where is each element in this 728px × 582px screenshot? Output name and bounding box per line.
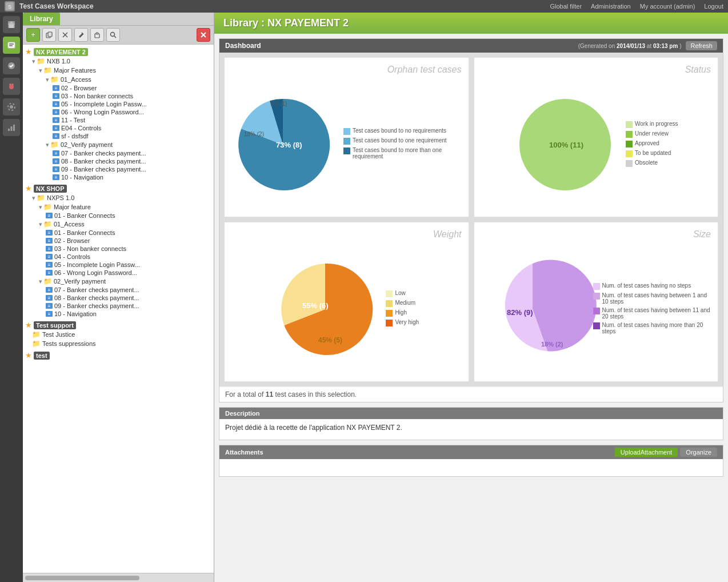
attachments-header: Attachments UploadAttachment Organize bbox=[219, 445, 723, 459]
size-chart-box: Size 82% (9) 18% (2) bbox=[474, 222, 719, 382]
tree-node-bankerconn2[interactable]: ≡ 01 - Banker Connects bbox=[23, 229, 214, 237]
file-icon-nav10b: ≡ bbox=[46, 311, 53, 317]
tree-paste-btn[interactable] bbox=[90, 28, 104, 42]
tree-node-testsuppressions[interactable]: 📁 Tests suppressions bbox=[23, 339, 214, 348]
tree-node-testjustice[interactable]: 📁 Test Justice bbox=[23, 330, 214, 339]
status-chart-title: Status bbox=[685, 65, 711, 75]
file-icon-browser1: ≡ bbox=[53, 85, 59, 91]
tree-node-nav10[interactable]: ≡ 10 - Navigation bbox=[23, 173, 214, 181]
orphan-chart-legend: Test cases bound to no requirements Test… bbox=[343, 127, 462, 162]
svg-point-24 bbox=[111, 33, 115, 37]
dashboard-title: Dashboard bbox=[225, 42, 261, 50]
organize-btn[interactable]: Organize bbox=[680, 448, 717, 457]
upload-attachment-btn[interactable]: UploadAttachment bbox=[615, 448, 678, 457]
library-tab[interactable]: Library bbox=[23, 13, 60, 25]
tree-copy-btn[interactable] bbox=[42, 28, 56, 42]
legend-color-2 bbox=[343, 138, 350, 145]
charts-grid: Orphan test cases 73% (8) 18% (2) bbox=[219, 53, 723, 386]
legend-size-1: Num. of test cases having no steps bbox=[593, 282, 711, 290]
testcase-icon-btn[interactable] bbox=[3, 37, 20, 54]
dashboard-section: Dashboard (Generated on 2014/01/13 at 03… bbox=[219, 38, 723, 402]
tree-root-nxshop[interactable]: ★ NX SHOP bbox=[23, 184, 214, 193]
label-nxps10: NXPS 1.0 bbox=[47, 194, 74, 201]
tree-node-01access2[interactable]: ▾ 📁 01_Access bbox=[23, 220, 214, 229]
file-icon-bcheck08: ≡ bbox=[46, 295, 53, 301]
legend-color-w4 bbox=[386, 320, 393, 326]
tree-root-test[interactable]: ★ test bbox=[23, 350, 214, 360]
label-incomplete2: 05 - Incomplete Login Passw... bbox=[54, 261, 140, 268]
settings-icon-btn[interactable] bbox=[3, 98, 20, 115]
tree-scroll-bottom[interactable] bbox=[23, 573, 214, 582]
tree-node-nxps10[interactable]: ▾ 📁 NXPS 1.0 bbox=[23, 193, 214, 202]
logout-link[interactable]: Logout bbox=[704, 3, 723, 10]
star-icon: ★ bbox=[25, 47, 32, 56]
tree-node-banker09[interactable]: ≡ 09 - Banker checks payment... bbox=[23, 165, 214, 173]
tree-node-bcheck08[interactable]: ≡ 08 - Banker checks payment... bbox=[23, 294, 214, 302]
page-title: Library : NX PAYEMENT 2 bbox=[223, 17, 719, 29]
my-account-link[interactable]: My account (admin) bbox=[640, 3, 695, 10]
tree-node-nxb10[interactable]: ▾ 📁 NXB 1.0 bbox=[23, 57, 214, 66]
tree-node-nav10b[interactable]: ≡ 10 - Navigation bbox=[23, 310, 214, 318]
file-icon-nav10: ≡ bbox=[53, 174, 59, 180]
app-icon: S bbox=[5, 1, 15, 11]
description-header: Description bbox=[219, 408, 723, 419]
file-icon-incomplete2: ≡ bbox=[46, 262, 53, 268]
tree-node-bankerconn1[interactable]: ≡ 01 - Banker Connects bbox=[23, 212, 214, 220]
chart-icon-btn[interactable] bbox=[3, 119, 20, 136]
size-chart-title: Size bbox=[693, 229, 711, 240]
global-filter-link[interactable]: Global filter bbox=[550, 3, 582, 10]
refresh-btn[interactable]: Refresh bbox=[686, 41, 717, 50]
folder-icon-nxps10: 📁 bbox=[37, 194, 45, 202]
tree-node-nonbanker2[interactable]: ≡ 03 - Non banker connects bbox=[23, 245, 214, 253]
tree-node-majorfeatures[interactable]: ▾ 📁 Major Features bbox=[23, 66, 214, 75]
star-icon-testsupport: ★ bbox=[25, 321, 32, 329]
tree-node-02verify[interactable]: ▾ 📁 02_Verify payment bbox=[23, 140, 214, 149]
svg-point-12 bbox=[10, 105, 13, 109]
label-01access: 01_Access bbox=[61, 76, 91, 83]
tree-node-incomplete2[interactable]: ≡ 05 - Incomplete Login Passw... bbox=[23, 261, 214, 269]
tree-node-controls1[interactable]: ≡ E04 - Controls bbox=[23, 124, 214, 132]
tree-delete-btn[interactable] bbox=[197, 28, 210, 42]
administration-link[interactable]: Administration bbox=[591, 3, 631, 10]
tree-node-nonbanker1[interactable]: ≡ 03 - Non banker connects bbox=[23, 92, 214, 100]
tree-node-wrongpwd1[interactable]: ≡ 06 - Wrong Login Password... bbox=[23, 108, 214, 116]
legend-size-2: Num. of test cases having between 1 and … bbox=[593, 292, 711, 305]
legend-size-3: Num. of test cases having between 11 and… bbox=[593, 307, 711, 320]
tree-node-browser1[interactable]: ≡ 02 - Browser bbox=[23, 84, 214, 92]
tree-node-controls2[interactable]: ≡ 04 - Controls bbox=[23, 253, 214, 261]
tree-search-btn[interactable] bbox=[106, 28, 120, 42]
root-label-nxshop: NX SHOP bbox=[34, 185, 67, 193]
tree-node-banker08[interactable]: ≡ 08 - Banker checks payment... bbox=[23, 157, 214, 165]
tree-node-incomplete1[interactable]: ≡ 05 - Incomplete Login Passw... bbox=[23, 100, 214, 108]
label-controls2: 04 - Controls bbox=[54, 253, 90, 260]
legend-weight-4: Very high bbox=[386, 319, 419, 326]
label-testjustice: Test Justice bbox=[42, 331, 75, 338]
tree-node-test1[interactable]: ≡ 11 - Test bbox=[23, 116, 214, 124]
svg-rect-16 bbox=[13, 125, 15, 131]
label-testsuppressions: Tests suppressions bbox=[42, 340, 96, 347]
home-icon-btn[interactable] bbox=[3, 16, 20, 33]
tree-add-btn[interactable]: + bbox=[26, 28, 40, 42]
tree-content[interactable]: ★ NX PAYEMENT 2 ▾ 📁 NXB 1.0 ▾ 📁 Major Fe… bbox=[23, 45, 214, 573]
attachments-btns: UploadAttachment Organize bbox=[615, 448, 717, 457]
content-area[interactable]: Dashboard (Generated on 2014/01/13 at 03… bbox=[214, 34, 728, 582]
root-label-nxpayement2: NX PAYEMENT 2 bbox=[34, 48, 88, 56]
tree-node-bcheck09[interactable]: ≡ 09 - Banker checks payment... bbox=[23, 302, 214, 310]
bug-icon-btn[interactable] bbox=[3, 78, 20, 95]
description-content[interactable]: Projet dédié à la recette de l'applicati… bbox=[219, 419, 723, 440]
tree-node-browser2[interactable]: ≡ 02 - Browser bbox=[23, 237, 214, 245]
tree-root-nxpayement2[interactable]: ★ NX PAYEMENT 2 bbox=[23, 47, 214, 57]
tree-node-sfdsfsdf[interactable]: ≡ sf - dsfsdf bbox=[23, 132, 214, 140]
label-sfdsfsdf: sf - dsfsdf bbox=[61, 133, 89, 139]
tree-edit-btn[interactable] bbox=[74, 28, 88, 42]
tree-node-majorfeature2[interactable]: ▾ 📁 Major feature bbox=[23, 202, 214, 212]
legend-color-s5 bbox=[626, 160, 633, 167]
tree-node-bcheck07[interactable]: ≡ 07 - Banker checks payment... bbox=[23, 286, 214, 294]
tree-node-01access[interactable]: ▾ 📁 01_Access bbox=[23, 75, 214, 84]
campaign-icon-btn[interactable] bbox=[3, 57, 20, 74]
tree-node-wrongpwd2[interactable]: ≡ 06 - Wrong Login Password... bbox=[23, 269, 214, 277]
tree-node-02verify2[interactable]: ▾ 📁 02_Verify payment bbox=[23, 277, 214, 286]
tree-cut-btn[interactable] bbox=[58, 28, 72, 42]
tree-root-testsupport[interactable]: ★ Test support bbox=[23, 320, 214, 330]
tree-node-banker07[interactable]: ≡ 07 - Banker checks payment... bbox=[23, 149, 214, 157]
